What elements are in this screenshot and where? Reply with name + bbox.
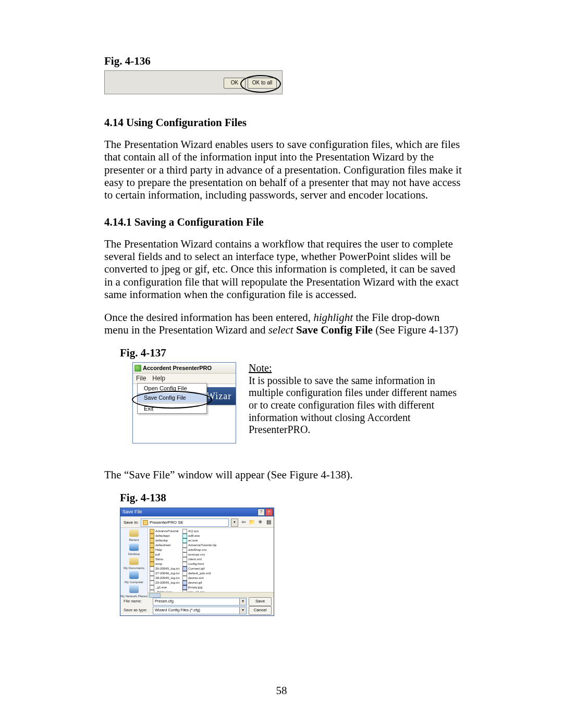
paragraph-3: Once the desired information has been en… — [104, 311, 464, 336]
fig-137-menubar: File Help — [133, 374, 236, 384]
ok-button[interactable]: OK — [224, 78, 246, 89]
save-dialog-title: Save File — [123, 509, 142, 514]
file-icon — [150, 529, 154, 534]
file-name: 29-20045_log.txt — [155, 581, 179, 584]
menu-help[interactable]: Help — [152, 375, 165, 382]
list-item[interactable]: pdf — [150, 552, 179, 557]
file-icon — [150, 571, 154, 576]
list-item[interactable]: client.xml — [182, 557, 216, 562]
file-name: 28-20045_log.txt — [155, 576, 179, 579]
file-icon — [182, 557, 187, 562]
file-name: config.html — [188, 562, 204, 565]
list-item[interactable]: 27-20046_log.txt — [150, 571, 179, 576]
list-item[interactable]: Empty.jpg — [182, 585, 216, 590]
p3-save-config: Save Config File — [296, 324, 373, 336]
fig-136-dialog-strip: OK OK to all — [104, 70, 283, 94]
list-item[interactable]: 29-20045_log.txt — [150, 581, 179, 585]
list-item[interactable]: Connect.gif — [182, 566, 216, 571]
file-icon — [150, 548, 154, 552]
list-item[interactable]: defaultqt — [150, 538, 179, 543]
file-name: devrev.xml — [188, 576, 203, 579]
file-name: 26-20045_log.txt — [155, 566, 179, 570]
recent-label: Recent — [129, 538, 139, 542]
list-item[interactable]: ad9.exe — [182, 534, 216, 538]
wizard-banner: Wizar — [204, 387, 236, 405]
list-item[interactable]: _g1.exe — [150, 585, 179, 590]
recent-icon[interactable] — [129, 529, 139, 537]
list-item[interactable]: wmp — [150, 562, 179, 566]
my-computer-icon[interactable] — [129, 571, 139, 578]
filename-input[interactable]: Presen.cfg▾ — [153, 598, 247, 606]
menu-item-open-config[interactable]: Open Config File — [138, 384, 206, 393]
list-item[interactable]: AdvanceTutorial — [150, 529, 179, 534]
file-name: Connect.gif — [188, 566, 204, 570]
save-type-input[interactable]: Wizard Config Files (*.cfg)▾ — [153, 607, 247, 614]
file-name: AQ.sys — [188, 529, 199, 533]
up-folder-icon[interactable]: 📁 — [249, 519, 255, 526]
my-network-icon[interactable] — [129, 585, 139, 593]
list-item[interactable]: devrev.xml — [182, 576, 216, 581]
fig-137-titlebar: Accordent PresenterPRO — [133, 363, 236, 374]
list-item[interactable]: 28-20045_log.txt — [150, 576, 179, 581]
new-folder-icon[interactable]: ✳ — [257, 519, 263, 526]
file-name: devrev.gif — [188, 581, 202, 584]
file-icon — [150, 538, 154, 543]
file-name: _g1.exe — [155, 585, 167, 589]
filename-dropdown-icon[interactable]: ▾ — [239, 598, 246, 605]
file-icon — [182, 529, 187, 534]
list-item[interactable]: AQ.sys — [182, 529, 216, 534]
file-icon — [150, 534, 154, 538]
save-button[interactable]: Save — [249, 597, 272, 606]
file-icon — [182, 534, 187, 538]
file-name: client.xml — [188, 557, 202, 561]
file-name: Skins — [155, 557, 163, 561]
list-item[interactable]: defaultppt — [150, 534, 179, 538]
save-type-value: Wizard Config Files (*.cfg) — [155, 608, 200, 613]
save-dialog-titlebar: Save File ? × — [120, 508, 274, 516]
list-item[interactable]: ac.exe — [182, 538, 216, 543]
list-item[interactable]: config.html — [182, 562, 216, 566]
file-icon — [182, 576, 187, 581]
list-item[interactable]: default_pds.xml — [182, 571, 216, 576]
back-icon[interactable]: ⇦ — [240, 519, 247, 526]
file-icon — [182, 538, 187, 543]
menu-file[interactable]: File — [136, 375, 146, 382]
cancel-button[interactable]: Cancel — [249, 606, 272, 615]
file-list[interactable]: AdvanceTutorialdefaultpptdefaultqtdefaul… — [148, 527, 274, 598]
list-item[interactable]: Help — [150, 548, 179, 552]
save-in-value: PresenterPRO SE — [150, 520, 183, 525]
file-name: axscxpt.xxx — [188, 552, 205, 556]
file-icon — [182, 581, 187, 585]
list-item[interactable]: 26-20045_log.txt — [150, 566, 179, 571]
file-name: ac.exe — [188, 538, 198, 542]
file-name: 27-20046_log.txt — [155, 571, 179, 575]
save-in-label: Save in: — [124, 520, 139, 525]
list-item[interactable]: axscxpt.xxx — [182, 552, 216, 557]
my-documents-label: My Documents — [124, 566, 144, 570]
heading-4-14: 4.14 Using Configuration Files — [104, 116, 464, 129]
list-item[interactable]: AdvanceTutorial.zip — [182, 543, 216, 548]
views-icon[interactable]: ▤ — [265, 519, 272, 526]
list-item[interactable]: adsShop.xxx — [182, 548, 216, 552]
file-icon — [182, 548, 187, 552]
file-name: defaultqt — [155, 538, 168, 542]
ok-to-all-button[interactable]: OK to all — [248, 78, 277, 89]
menu-item-exit[interactable]: Exit — [138, 404, 206, 413]
my-documents-icon[interactable] — [129, 558, 139, 565]
save-in-combo[interactable]: PresenterPRO SE — [141, 519, 229, 527]
fig-137-window: Accordent PresenterPRO File Help Wizar O… — [132, 362, 236, 443]
file-icon — [182, 562, 187, 566]
save-in-dropdown-icon[interactable]: ▾ — [231, 519, 238, 527]
menu-item-save-config[interactable]: Save Config File — [138, 393, 206, 402]
desktop-icon[interactable] — [129, 544, 139, 551]
list-item[interactable]: defaultreal — [150, 543, 179, 548]
file-icon — [182, 543, 187, 548]
note-label: Note: — [249, 362, 272, 374]
help-icon[interactable]: ? — [258, 509, 265, 516]
file-icon — [150, 543, 154, 548]
list-item[interactable]: devrev.gif — [182, 581, 216, 585]
close-icon[interactable]: × — [265, 509, 273, 516]
type-dropdown-icon[interactable]: ▾ — [239, 607, 246, 614]
file-name: AdvanceTutorial.zip — [188, 543, 216, 547]
list-item[interactable]: Skins — [150, 557, 179, 562]
